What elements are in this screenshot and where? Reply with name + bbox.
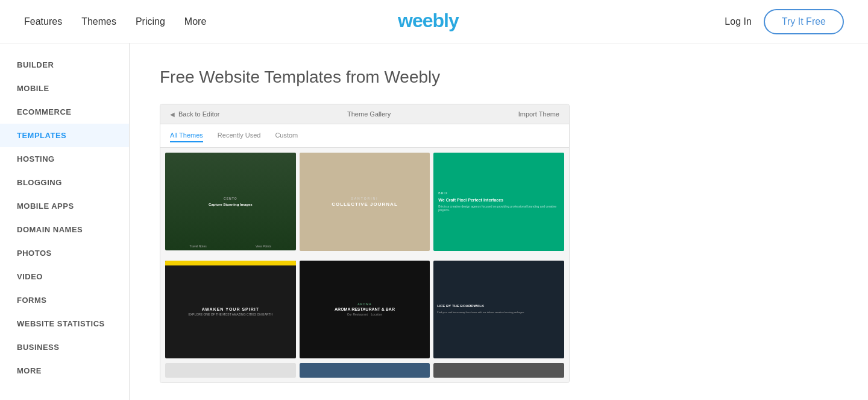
sidebar-item-ecommerce[interactable]: ECOMMERCE xyxy=(0,100,129,124)
theme-brix-headline: We Craft Pixel Perfect Interfaces xyxy=(438,197,559,203)
sidebar-item-video[interactable]: VIDEO xyxy=(0,265,129,288)
theme-paris-headline: AWAKEN YOUR SPIRIT xyxy=(202,307,259,311)
theme-paris-overlay: AWAKEN YOUR SPIRIT EXPLORE ONE OF THE MO… xyxy=(165,265,296,358)
theme-card-lucent[interactable]: LIFE BY THE BOARDWALK Find your real hom… xyxy=(433,261,564,359)
theme-cento-footer: Travel Notes View Points xyxy=(165,244,296,248)
back-to-editor-label[interactable]: Back to Editor xyxy=(178,110,219,118)
gallery-title: Theme Gallery xyxy=(347,110,391,118)
sidebar-item-domain-names[interactable]: DOMAIN NAMES xyxy=(0,218,129,241)
theme-paris-sub: EXPLORE ONE OF THE MOST AMAZING CITIES O… xyxy=(188,313,272,316)
gallery-topbar-left: ◀ Back to Editor xyxy=(170,110,219,118)
sidebar-item-blogging[interactable]: BLOGGING xyxy=(0,171,129,194)
sidebar-item-website-statistics[interactable]: WEBSITE STATISTICS xyxy=(0,312,129,335)
theme-cento-name: CENTO xyxy=(224,197,237,200)
sidebar-item-more[interactable]: MORE xyxy=(0,359,129,383)
theme-aroma-label: AROMA xyxy=(357,302,371,306)
theme-brix-label: BRIX xyxy=(438,191,559,195)
main-content: Free Website Templates from Weebly ◀ Bac… xyxy=(130,43,868,400)
sidebar-item-mobile[interactable]: MOBILE xyxy=(0,77,129,100)
theme-lucent-sub: Find your real home away from home with … xyxy=(437,311,561,314)
theme-card-partial-1[interactable] xyxy=(165,363,296,378)
theme-card-brix[interactable]: BRIX We Craft Pixel Perfect Interfaces B… xyxy=(433,153,564,251)
gallery-grid-row1: CENTO Capture Stunning Images Travel Not… xyxy=(160,148,569,256)
gallery-tabs: All Themes Recently Used Custom xyxy=(160,124,569,148)
sidebar-item-photos[interactable]: PHOTOS xyxy=(0,241,129,265)
theme-card-santorini[interactable]: SANTORINI COLLECTIVE JOURNAL xyxy=(300,153,430,251)
tab-recently-used[interactable]: Recently Used xyxy=(218,129,261,142)
tab-all-themes[interactable]: All Themes xyxy=(170,129,203,142)
theme-santorini-label: SANTORINI xyxy=(351,197,378,200)
theme-aroma-sub: Our Restaurant Location xyxy=(347,313,383,316)
sidebar-item-builder[interactable]: BUILDER xyxy=(0,53,129,77)
theme-lucent-headline: LIFE BY THE BOARDWALK xyxy=(437,304,561,309)
theme-lucent-overlay: LIFE BY THE BOARDWALK Find your real hom… xyxy=(433,261,564,359)
sidebar-item-templates[interactable]: TEMPLATES xyxy=(0,124,129,147)
import-theme-label[interactable]: Import Theme xyxy=(518,110,559,118)
try-free-button[interactable]: Try It Free xyxy=(764,9,844,34)
nav-themes[interactable]: Themes xyxy=(81,16,116,27)
theme-cento-headline: Capture Stunning Images xyxy=(209,203,253,206)
page-body: BUILDER MOBILE ECOMMERCE TEMPLATES HOSTI… xyxy=(0,43,868,400)
nav-more[interactable]: More xyxy=(184,16,206,27)
theme-santorini-overlay: SANTORINI COLLECTIVE JOURNAL xyxy=(300,153,430,251)
gallery-topbar: ◀ Back to Editor Theme Gallery Import Th… xyxy=(160,104,569,124)
page-title: Free Website Templates from Weebly xyxy=(160,68,838,87)
theme-santorini-headline: COLLECTIVE JOURNAL xyxy=(332,202,398,207)
sidebar: BUILDER MOBILE ECOMMERCE TEMPLATES HOSTI… xyxy=(0,43,130,400)
login-button[interactable]: Log In xyxy=(725,16,751,27)
svg-text:weebly: weebly xyxy=(398,10,459,31)
theme-card-paris[interactable]: AWAKEN YOUR SPIRIT EXPLORE ONE OF THE MO… xyxy=(165,261,296,358)
sidebar-item-hosting[interactable]: HOSTING xyxy=(0,147,129,171)
theme-card-cento[interactable]: CENTO Capture Stunning Images Travel Not… xyxy=(165,153,296,250)
page-description: Weebly offers a wide range of profession… xyxy=(160,398,558,400)
gallery-grid-row2: AWAKEN YOUR SPIRIT EXPLORE ONE OF THE MO… xyxy=(160,256,569,364)
nav-pricing[interactable]: Pricing xyxy=(136,16,165,27)
sidebar-item-business[interactable]: BUSINESS xyxy=(0,335,129,359)
sidebar-item-forms[interactable]: FORMS xyxy=(0,288,129,312)
navbar: Features Themes Pricing More weebly Log … xyxy=(0,0,868,43)
nav-left: Features Themes Pricing More xyxy=(24,16,206,27)
gallery-grid-row3 xyxy=(160,363,569,383)
tab-custom[interactable]: Custom xyxy=(275,129,298,142)
theme-aroma-overlay: AROMA AROMA RESTAURANT & BAR Our Restaur… xyxy=(300,261,430,359)
sidebar-item-mobile-apps[interactable]: MOBILE APPS xyxy=(0,194,129,218)
theme-card-aroma[interactable]: AROMA AROMA RESTAURANT & BAR Our Restaur… xyxy=(300,261,430,359)
theme-brix-sub: Brix is a creative design agency focused… xyxy=(438,205,559,212)
paris-bar xyxy=(165,261,296,265)
weebly-logo[interactable]: weebly xyxy=(398,9,470,34)
theme-card-partial-2[interactable] xyxy=(300,363,430,378)
nav-right: Log In Try It Free xyxy=(725,9,844,34)
theme-card-partial-3[interactable] xyxy=(433,363,564,378)
theme-cento-overlay: CENTO Capture Stunning Images Travel Not… xyxy=(165,153,296,250)
back-arrow-icon: ◀ xyxy=(170,111,175,118)
nav-features[interactable]: Features xyxy=(24,16,62,27)
theme-aroma-headline: AROMA RESTAURANT & BAR xyxy=(335,307,395,311)
theme-brix-overlay: BRIX We Craft Pixel Perfect Interfaces B… xyxy=(433,153,564,251)
gallery-frame: ◀ Back to Editor Theme Gallery Import Th… xyxy=(160,104,570,383)
